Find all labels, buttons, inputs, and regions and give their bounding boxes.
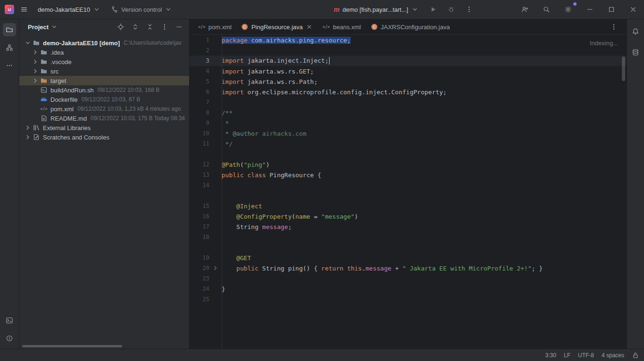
line-number[interactable]: 16 xyxy=(190,213,209,220)
add-user-button[interactable] xyxy=(514,0,536,19)
code-line-18[interactable]: 18 xyxy=(190,232,627,242)
tree-item-readme-md[interactable]: README.md09/12/2022 10:03, 175 B Today 0… xyxy=(19,114,189,123)
status-file-encoding[interactable]: UTF-8 xyxy=(578,352,594,359)
chevron-right-icon[interactable] xyxy=(32,77,39,84)
line-number[interactable]: 17 xyxy=(190,223,209,230)
code-line-20[interactable]: 20 public String ping() { return this.me… xyxy=(190,263,627,273)
run-button[interactable] xyxy=(426,2,440,16)
code-line-9[interactable]: 9 * xyxy=(190,118,627,128)
line-number[interactable]: 8 xyxy=(190,109,209,116)
main-menu-button[interactable] xyxy=(17,2,31,16)
tab-beans-xml[interactable]: </>beans.xml xyxy=(318,19,365,34)
line-number[interactable]: 1 xyxy=(190,37,209,43)
code-line-19[interactable]: 19 @GET xyxy=(190,253,627,263)
minimize-button[interactable] xyxy=(579,0,601,19)
code-line-4[interactable]: 4import jakarta.ws.rs.GET; xyxy=(190,66,627,76)
line-number[interactable]: 13 xyxy=(190,172,209,178)
tab-options-button[interactable] xyxy=(607,20,621,34)
chevron-right-icon[interactable] xyxy=(32,49,39,56)
code-line-25[interactable]: 25 xyxy=(190,294,627,304)
code-line-23[interactable]: 23 xyxy=(190,273,627,284)
status-caret-position[interactable]: 3:30 xyxy=(545,352,556,359)
hide-panel-button[interactable] xyxy=(174,22,184,32)
notifications-button[interactable] xyxy=(629,25,642,38)
tree-item-idea[interactable]: .idea xyxy=(19,48,189,57)
line-number[interactable]: 19 xyxy=(190,254,209,261)
database-tool-button[interactable] xyxy=(629,46,642,59)
close-tab-icon[interactable] xyxy=(305,23,313,31)
line-number[interactable]: 12 xyxy=(190,161,209,168)
settings-button[interactable] xyxy=(557,0,579,19)
horizontal-scrollbar[interactable] xyxy=(22,345,122,347)
more-run-actions-button[interactable] xyxy=(462,2,476,16)
code-line-15[interactable]: 15 @Inject xyxy=(190,201,627,211)
code-line-14[interactable]: 14 xyxy=(190,180,627,190)
tab-pom-xml[interactable]: </>pom.xml xyxy=(193,19,236,34)
tree-item-target[interactable]: target xyxy=(19,76,189,85)
line-number[interactable]: 4 xyxy=(190,68,209,74)
expand-all-button[interactable] xyxy=(130,22,140,32)
select-opened-file-button[interactable] xyxy=(116,22,126,32)
code-line-11[interactable]: 11 */ xyxy=(190,139,627,149)
line-number[interactable]: 25 xyxy=(190,296,209,303)
tree-item-buildandrun-sh[interactable]: buildAndRun.sh09/12/2022 10:03, 168 B xyxy=(19,85,189,95)
line-number[interactable]: 5 xyxy=(190,78,209,85)
chevron-right-icon[interactable] xyxy=(24,124,32,131)
code-line-2[interactable]: 2 xyxy=(190,45,627,56)
problems-tool-button[interactable] xyxy=(3,332,16,345)
project-selector[interactable]: demo-JakartaEE10 xyxy=(34,2,104,16)
tab-jaxrsconfiguration-java[interactable]: CJAXRSConfiguration.java xyxy=(366,19,455,34)
line-number[interactable]: 20 xyxy=(190,265,209,271)
code-line-1[interactable]: 1package com.airhacks.ping.resource; xyxy=(190,35,627,45)
tree-item-pom-xml[interactable]: </>pom.xml09/12/2022 10:03, 1,23 kB 4 mi… xyxy=(19,104,189,114)
status-line-separator[interactable]: LF xyxy=(564,352,570,359)
line-number[interactable]: 14 xyxy=(190,182,209,189)
code-line-24[interactable]: 24} xyxy=(190,284,627,294)
lock-icon[interactable] xyxy=(632,352,639,359)
line-number[interactable]: 3 xyxy=(190,57,209,64)
vcs-selector[interactable]: Version control xyxy=(107,2,176,16)
code-line-13[interactable]: 13public class PingResource { xyxy=(190,170,627,180)
maximize-button[interactable] xyxy=(601,0,622,19)
project-tool-button[interactable] xyxy=(3,23,16,36)
tree-item-scratches-and-consoles[interactable]: Scratches and Consoles xyxy=(19,132,189,142)
line-number[interactable]: 24 xyxy=(190,286,209,292)
line-number[interactable]: 7 xyxy=(190,99,209,106)
code-line-10[interactable]: 10 * @author airhacks.com xyxy=(190,128,627,139)
tab-pingresource-java[interactable]: CPingResource.java xyxy=(236,19,318,34)
fold-indicator-icon[interactable] xyxy=(209,264,222,272)
code-line-3[interactable]: 3import jakarta.inject.Inject; xyxy=(190,56,627,66)
close-button[interactable] xyxy=(622,0,644,19)
code-line-12[interactable]: 12@Path("ping") xyxy=(190,159,627,170)
more-tool-windows-button[interactable] xyxy=(3,59,16,72)
code-editor[interactable]: 1package com.airhacks.ping.resource;23im… xyxy=(190,35,627,349)
status-indent-style[interactable]: 4 spaces xyxy=(602,352,624,359)
tree-item-dockerfile[interactable]: Dockerfile09/12/2022 10:03, 67 B xyxy=(19,95,189,104)
tree-item-vscode[interactable]: .vscode xyxy=(19,57,189,66)
tree-item-src[interactable]: src xyxy=(19,66,189,76)
project-view-dropdown[interactable] xyxy=(50,22,59,32)
tree-item-demo-jakartaee10-demo[interactable]: demo-JakartaEE10 [demo]C:\Users\luise\co… xyxy=(19,38,189,48)
search-everywhere-button[interactable] xyxy=(536,0,557,19)
code-line-8[interactable]: 8/** xyxy=(190,107,627,118)
chevron-right-icon[interactable] xyxy=(32,67,39,75)
code-line-17[interactable]: 17 String message; xyxy=(190,222,627,232)
code-line-5[interactable]: 5import jakarta.ws.rs.Path; xyxy=(190,76,627,87)
tree-item-external-libraries[interactable]: External Libraries xyxy=(19,123,189,132)
code-line-6[interactable]: 6import org.eclipse.microprofile.config.… xyxy=(190,87,627,97)
editor-scrollbar[interactable] xyxy=(622,57,625,81)
code-line-16[interactable]: 16 @ConfigProperty(name = "message") xyxy=(190,211,627,222)
line-number[interactable]: 23 xyxy=(190,275,209,282)
line-number[interactable]: 11 xyxy=(190,140,209,147)
code-line-7[interactable]: 7 xyxy=(190,97,627,107)
line-number[interactable]: 6 xyxy=(190,89,209,95)
line-number[interactable]: 15 xyxy=(190,203,209,209)
line-number[interactable]: 10 xyxy=(190,130,209,137)
line-number[interactable]: 18 xyxy=(190,234,209,240)
collapse-all-button[interactable] xyxy=(145,22,155,32)
line-number[interactable]: 9 xyxy=(190,120,209,126)
chevron-right-icon[interactable] xyxy=(24,133,32,141)
panel-options-button[interactable] xyxy=(159,22,170,32)
debug-button[interactable] xyxy=(444,2,458,16)
terminal-tool-button[interactable] xyxy=(3,314,16,327)
